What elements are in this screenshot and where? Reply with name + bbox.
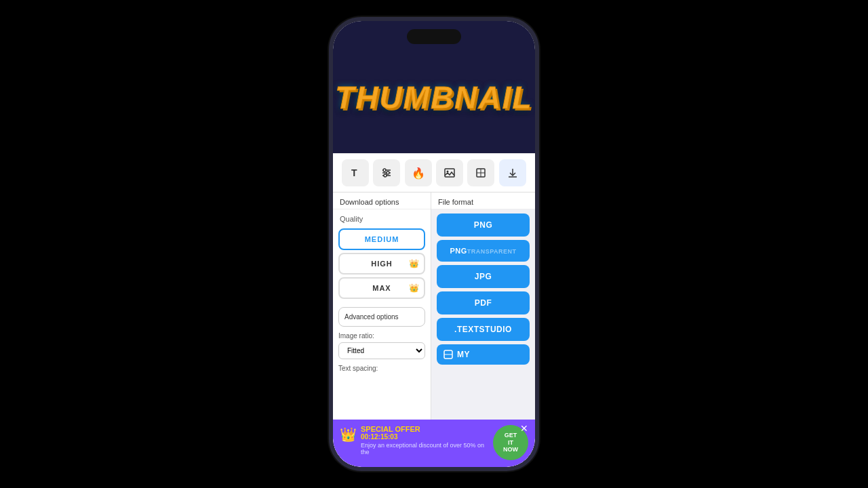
toolbar: T 🔥	[333, 153, 535, 192]
text-icon: T	[350, 167, 361, 178]
svg-point-4	[387, 171, 389, 174]
offer-crown-icon: 👑	[340, 426, 357, 443]
svg-text:T: T	[351, 167, 357, 178]
adjust-tool-button[interactable]	[373, 159, 400, 186]
phone-screen: THUMBNAIL T	[333, 21, 535, 467]
quality-label: Quality	[333, 209, 431, 226]
textstudio-button[interactable]: .TEXTSTUDIO	[437, 318, 530, 341]
offer-text: SPECIAL OFFER 00:12:15:03 Enjoy an excep…	[361, 425, 489, 455]
phone-notch	[407, 29, 461, 44]
phone-frame: THUMBNAIL T	[329, 17, 539, 471]
text-tool-button[interactable]: T	[342, 159, 369, 186]
offer-timer: 00:12:15:03	[361, 433, 489, 441]
layers-tool-button[interactable]	[467, 159, 494, 186]
file-format-header: File format	[431, 192, 535, 209]
download-tool-button[interactable]	[499, 159, 526, 186]
ratio-select[interactable]: Fitted Square 16:9 4:3	[338, 342, 425, 359]
thumbnail-preview-text: THUMBNAIL	[335, 79, 532, 116]
my-button[interactable]: MY	[437, 344, 530, 365]
quality-medium-button[interactable]: MEDIUM	[338, 228, 425, 250]
advanced-options-button[interactable]: Advanced options	[338, 307, 425, 327]
fire-icon: 🔥	[412, 167, 425, 180]
image-ratio-label: Image ratio:	[338, 332, 425, 340]
quality-max-button[interactable]: MAX 👑	[338, 277, 425, 299]
download-icon	[507, 167, 518, 178]
svg-point-6	[384, 174, 387, 177]
close-banner-button[interactable]: ✕	[520, 424, 528, 433]
page-wrapper: THUMBNAIL T	[0, 0, 868, 488]
layers-icon	[475, 167, 486, 178]
png-button[interactable]: PNG	[437, 214, 530, 237]
effects-tool-button[interactable]: 🔥	[405, 159, 432, 186]
image-ratio-section: Image ratio: Fitted Square 16:9 4:3	[333, 332, 431, 362]
png-transparent-button[interactable]: PNGTRANSPARENT	[437, 240, 530, 262]
svg-rect-7	[445, 169, 454, 177]
jpg-button[interactable]: JPG	[437, 265, 530, 288]
offer-title: SPECIAL OFFER	[361, 425, 489, 433]
high-crown-icon: 👑	[409, 259, 420, 268]
special-offer-banner: 👑 SPECIAL OFFER 00:12:15:03 Enjoy an exc…	[333, 420, 535, 467]
image-tool-button[interactable]	[436, 159, 463, 186]
image-icon	[444, 167, 455, 178]
format-buttons-list: PNG PNGTRANSPARENT JPG PDF .TEXTSTUDIO	[431, 209, 535, 369]
quality-high-button[interactable]: HIGH 👑	[338, 253, 425, 274]
transparent-label: TRANSPARENT	[467, 248, 517, 255]
my-button-icon	[443, 350, 453, 359]
quality-options: MEDIUM HIGH 👑 MAX 👑	[333, 226, 431, 302]
max-crown-icon: 👑	[409, 283, 420, 293]
offer-description: Enjoy an exceptional discount of over 50…	[361, 442, 489, 455]
adjust-icon	[381, 167, 392, 178]
text-spacing-label: Text spacing:	[333, 362, 431, 373]
svg-point-2	[383, 169, 386, 171]
download-options-header: Download options	[333, 192, 431, 209]
pdf-button[interactable]: PDF	[437, 291, 530, 314]
